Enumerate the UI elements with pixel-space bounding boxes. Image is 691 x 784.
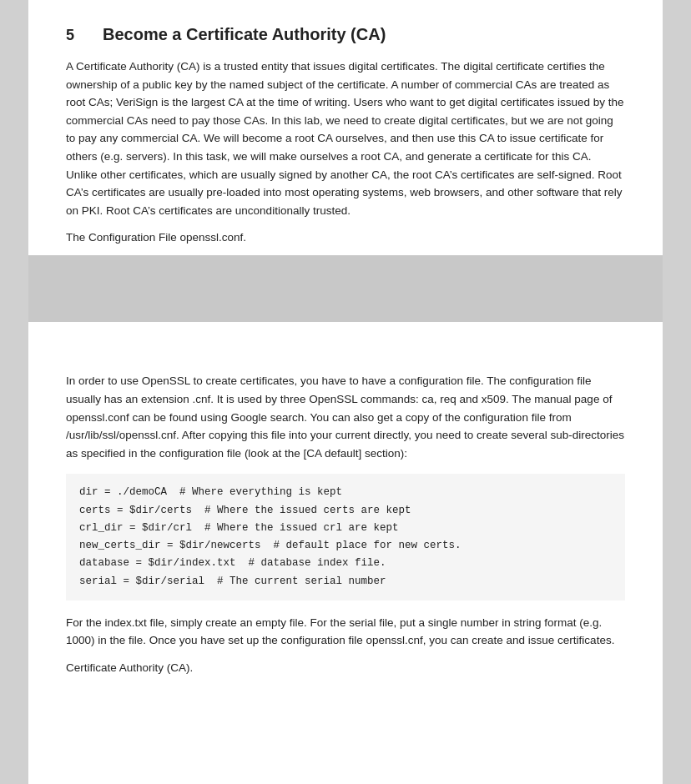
second-paragraph: In order to use OpenSSL to create certif…	[66, 372, 625, 462]
ca-note: Certificate Authority (CA).	[66, 661, 625, 674]
divider-area	[28, 255, 663, 322]
bottom-paragraph: For the index.txt file, simply create an…	[66, 614, 625, 650]
intro-paragraph: A Certificate Authority (CA) is a truste…	[66, 58, 625, 219]
section-number: 5	[66, 27, 83, 44]
document-page: 5 Become a Certificate Authority (CA) A …	[28, 0, 663, 784]
section-header: 5 Become a Certificate Authority (CA)	[66, 25, 625, 44]
code-block: dir = ./demoCA # Where everything is kep…	[66, 474, 625, 601]
spacer	[66, 322, 625, 372]
config-note: The Configuration File openssl.conf.	[66, 231, 625, 244]
page-container: 5 Become a Certificate Authority (CA) A …	[0, 0, 691, 784]
section-title: Become a Certificate Authority (CA)	[103, 25, 386, 44]
